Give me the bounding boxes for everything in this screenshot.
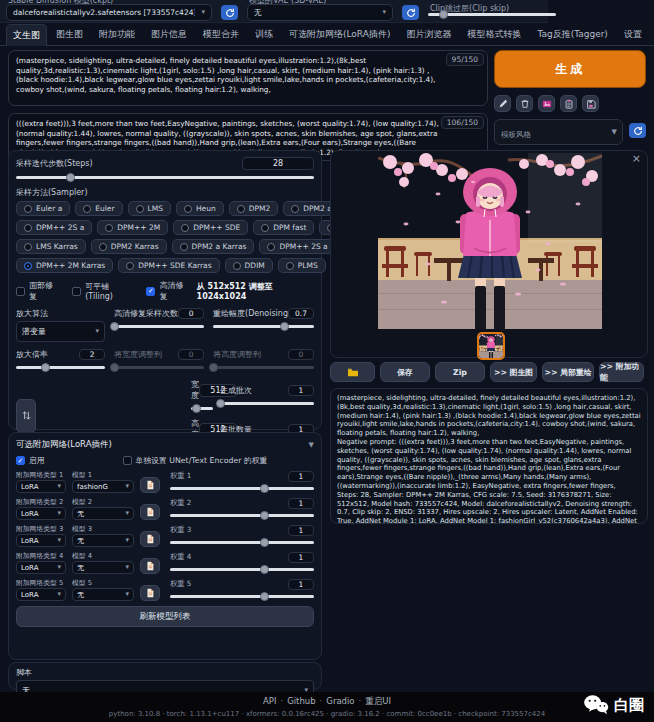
- slider-thumb[interactable]: [280, 322, 289, 331]
- slider-thumb[interactable]: [439, 10, 448, 19]
- tab-extras[interactable]: 附加功能: [92, 23, 142, 45]
- close-icon[interactable]: ×: [632, 152, 641, 165]
- slider-thumb[interactable]: [66, 173, 75, 182]
- slider-thumb[interactable]: [260, 538, 269, 547]
- denoise-slider[interactable]: [213, 321, 314, 331]
- tab-png-info[interactable]: 图片信息: [144, 23, 194, 45]
- refresh-styles-button[interactable]: [629, 123, 646, 138]
- sampler-option[interactable]: DPM fast: [253, 220, 314, 235]
- tab-image-browser[interactable]: 图片浏览器: [399, 23, 458, 45]
- sampler-option[interactable]: DPM2: [229, 201, 279, 216]
- upscaler-dropdown[interactable]: 潜变量 ▾: [16, 321, 105, 342]
- lora-weight-slider[interactable]: [170, 537, 314, 547]
- sampler-option[interactable]: DPM++ 2M: [97, 220, 168, 235]
- tab-img2img[interactable]: 图生图: [49, 23, 90, 45]
- save-style-button[interactable]: [582, 95, 599, 112]
- sampler-option[interactable]: Heun: [176, 201, 224, 216]
- face-restore-checkbox[interactable]: [16, 287, 25, 296]
- lora-type-dropdown[interactable]: LoRA▾: [16, 480, 66, 493]
- lora-weight-value[interactable]: 1: [288, 471, 314, 482]
- lora-model-dropdown[interactable]: 无▾: [72, 588, 134, 601]
- refresh-vae-button[interactable]: [402, 5, 419, 20]
- tiling-checkbox[interactable]: [72, 287, 81, 296]
- lora-model-dropdown[interactable]: 无▾: [72, 507, 134, 520]
- tab-model-converter[interactable]: 模型格式转换: [460, 23, 528, 45]
- tab-checkpoint-merger[interactable]: 模型合并: [196, 23, 246, 45]
- clear-prompt-button[interactable]: [516, 95, 533, 112]
- footer-link-api[interactable]: API: [263, 696, 276, 706]
- hires-steps-value[interactable]: 0: [178, 308, 204, 319]
- zip-button[interactable]: Zip: [435, 362, 485, 382]
- lora-type-dropdown[interactable]: LoRA▾: [16, 507, 66, 520]
- slider-thumb[interactable]: [260, 565, 269, 574]
- lora-accordion-title[interactable]: 可选附加网络(LoRA插件): [16, 439, 112, 451]
- open-folder-button[interactable]: [330, 362, 375, 382]
- steps-slider[interactable]: [16, 172, 314, 182]
- tab-txt2img[interactable]: 文生图: [6, 24, 47, 46]
- steps-value[interactable]: 28: [242, 157, 314, 170]
- sampler-option[interactable]: LMS: [128, 201, 171, 216]
- tab-train[interactable]: 训练: [248, 23, 280, 45]
- lora-model-dropdown[interactable]: fashionG▾: [72, 480, 134, 493]
- tab-tagger[interactable]: Tag反推(Tagger): [530, 23, 614, 45]
- slider-thumb[interactable]: [260, 592, 269, 601]
- footer-link-github[interactable]: Github: [287, 696, 315, 706]
- slider-thumb[interactable]: [260, 484, 269, 493]
- read-parameters-button[interactable]: [494, 95, 511, 112]
- hires-steps-slider[interactable]: [114, 321, 204, 331]
- lora-weight-slider[interactable]: [170, 564, 314, 574]
- lora-model-info-button[interactable]: [140, 504, 160, 520]
- lora-weight-slider[interactable]: [170, 483, 314, 493]
- refresh-model-list-button[interactable]: 刷新模型列表: [16, 606, 314, 627]
- lora-model-info-button[interactable]: [140, 477, 160, 493]
- hires-fix-checkbox[interactable]: ✓: [146, 287, 155, 296]
- sampler-option[interactable]: Euler a: [16, 201, 70, 216]
- sampler-option[interactable]: DPM++ 2S a: [16, 220, 92, 235]
- sampler-option[interactable]: PLMS: [278, 258, 326, 273]
- lora-model-info-button[interactable]: [140, 558, 160, 574]
- slider-thumb[interactable]: [192, 404, 201, 413]
- generate-button[interactable]: 生成: [494, 50, 646, 88]
- slider-thumb[interactable]: [110, 322, 119, 331]
- footer-link-restart-ui[interactable]: 重启UI: [365, 696, 391, 706]
- send-to-inpaint-button[interactable]: >> 局部重绘: [542, 362, 594, 382]
- send-to-extras-button[interactable]: >> 附加功能: [599, 362, 644, 382]
- lora-weight-value[interactable]: 1: [288, 498, 314, 509]
- model-select[interactable]: dalceforealistictallyv2.safetensors [733…: [6, 4, 212, 21]
- batch-count-slider[interactable]: [220, 398, 314, 408]
- tab-settings[interactable]: 设置: [617, 23, 649, 45]
- gallery-thumbnail[interactable]: [477, 332, 505, 360]
- batch-count-value[interactable]: 1: [288, 385, 314, 396]
- width-slider[interactable]: [191, 403, 213, 413]
- generated-image[interactable]: [378, 153, 602, 329]
- sampler-option[interactable]: LMS Karras: [16, 239, 86, 254]
- slider-thumb[interactable]: [41, 363, 50, 372]
- lora-type-dropdown[interactable]: LoRA▾: [16, 588, 66, 601]
- sampler-option[interactable]: DDIM: [225, 258, 273, 273]
- upscale-by-value[interactable]: 2: [79, 349, 105, 360]
- lora-weight-value[interactable]: 1: [288, 552, 314, 563]
- send-to-img2img-button[interactable]: >> 图生图: [490, 362, 537, 382]
- footer-link-gradio[interactable]: Gradio: [326, 696, 354, 706]
- lora-type-dropdown[interactable]: LoRA▾: [16, 561, 66, 574]
- lora-model-info-button[interactable]: [140, 531, 160, 547]
- lora-model-dropdown[interactable]: 无▾: [72, 534, 134, 547]
- sampler-option[interactable]: DPM++ SDE Karras: [118, 258, 219, 273]
- lora-separate-weights-checkbox[interactable]: [123, 456, 132, 465]
- sampler-option[interactable]: DPM2 a Karras: [172, 239, 255, 254]
- clip-skip-slider[interactable]: [428, 9, 556, 19]
- denoise-value[interactable]: 0.7: [288, 308, 314, 319]
- slider-thumb[interactable]: [260, 511, 269, 520]
- apply-style-button[interactable]: [560, 95, 577, 112]
- save-button[interactable]: 保存: [380, 362, 430, 382]
- lora-enable-checkbox[interactable]: ✓: [16, 456, 25, 465]
- swap-dimensions-button[interactable]: [16, 399, 36, 433]
- lora-type-dropdown[interactable]: LoRA▾: [16, 534, 66, 547]
- lora-weight-slider[interactable]: [170, 510, 314, 520]
- extra-networks-button[interactable]: [538, 95, 555, 112]
- prompt-textarea[interactable]: (masterpiece, sidelighting, ultra-detail…: [8, 50, 488, 106]
- styles-dropdown[interactable]: 模板风格 ▼: [494, 119, 623, 145]
- lora-model-info-button[interactable]: [140, 585, 160, 601]
- vae-select[interactable]: 无 ▾: [247, 4, 393, 21]
- sampler-option-selected[interactable]: DPM++ 2M Karras: [16, 258, 113, 273]
